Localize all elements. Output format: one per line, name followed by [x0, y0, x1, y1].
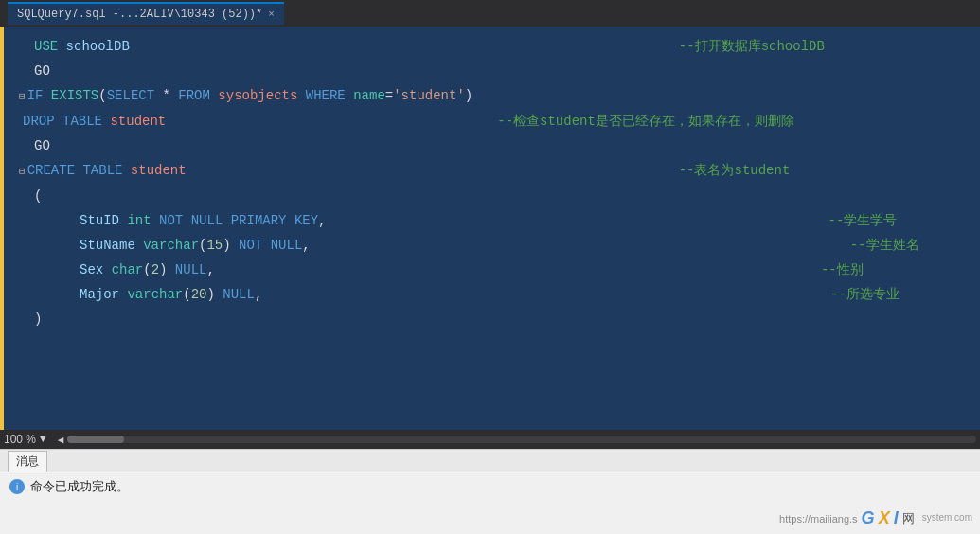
paren-l2: ( [143, 258, 151, 282]
editor-area[interactable]: USE schoolDB --打开数据库schoolDB GO ⊟ IF EXI… [0, 27, 980, 430]
keyword-table-2: TABLE [82, 158, 122, 183]
paren-close: ) [465, 83, 472, 108]
bottom-area: 100 % ▼ ◀ 消息 i 命令已成功完成。 https://mailiang… [0, 430, 980, 534]
keyword-go-2: GO [34, 134, 50, 158]
keyword-null-3: NULL [175, 258, 207, 282]
horizontal-scrollbar[interactable] [67, 436, 976, 443]
message-icon: i [9, 479, 25, 494]
space5 [287, 208, 294, 233]
paren-r2: ) [159, 258, 167, 282]
comma-4: , [255, 282, 262, 307]
scroll-thumb[interactable] [67, 436, 124, 443]
open-paren: ( [34, 184, 42, 208]
zoom-label: 100 % [4, 433, 36, 446]
type-varchar-2: varchar [127, 282, 183, 307]
comma-3: , [206, 258, 214, 282]
keyword-go-1: GO [34, 59, 50, 83]
code-line: GO [19, 59, 965, 83]
col-name: name [353, 83, 385, 108]
keyword-select: SELECT [107, 83, 154, 108]
comment-2: --检查student是否已经存在，如果存在，则删除 [497, 109, 794, 134]
keyword-from: FROM [178, 83, 210, 108]
space [119, 282, 127, 307]
message-content: i 命令已成功完成。 [0, 472, 980, 501]
paren-l3: ( [183, 282, 190, 307]
keyword-not-2: NOT [239, 233, 262, 258]
space3 [262, 233, 270, 258]
num-20: 20 [191, 282, 207, 307]
num-15: 15 [206, 233, 223, 258]
fold-icon-1: ⊟ [19, 84, 26, 109]
space: * [154, 83, 178, 108]
type-int: int [127, 208, 151, 233]
watermark-x: X [879, 508, 890, 528]
watermark: https://mailiang.s G X I 网 system.com [779, 508, 972, 528]
message-tab[interactable]: 消息 [8, 451, 47, 472]
keyword-drop: DROP [23, 109, 62, 134]
query-tab[interactable]: SQLQuery7.sql -...2ALIV\10343 (52))* × [8, 2, 284, 25]
col-stuname: StuName [80, 233, 135, 258]
space [119, 208, 127, 233]
table-student-2: student [131, 158, 187, 183]
type-char: char [112, 258, 144, 282]
paren-l: ( [199, 233, 206, 258]
paren-r: ) [223, 233, 230, 258]
space2 [210, 83, 218, 108]
code-content[interactable]: USE schoolDB --打开数据库schoolDB GO ⊟ IF EXI… [4, 27, 980, 430]
code-line: StuName varchar(15) NOT NULL, --学生姓名 [19, 233, 965, 258]
keyword-primary: PRIMARY [231, 208, 287, 233]
table-sysobjects: sysobjects [218, 83, 297, 108]
space4 [223, 208, 230, 233]
comment-4: --学生学号 [829, 208, 898, 233]
space4 [346, 83, 353, 108]
space [103, 258, 111, 282]
comment-5: --学生姓名 [850, 233, 919, 258]
scroll-left-button[interactable]: ◀ [58, 434, 64, 446]
watermark-g: G [862, 508, 875, 528]
keyword-use: USE [34, 34, 66, 59]
watermark-url: https://mailiang.s [779, 513, 858, 525]
watermark-site: 网 [902, 510, 915, 527]
space [102, 109, 110, 134]
tab-label: SQLQuery7.sql -...2ALIV\10343 (52))* [17, 8, 262, 21]
space [135, 233, 143, 258]
paren-open: ( [98, 83, 106, 108]
space3 [297, 83, 305, 108]
col-sex: Sex [80, 258, 103, 282]
keyword-null-4: NULL [223, 282, 255, 307]
comment-6: --性别 [821, 258, 864, 282]
title-bar: SQLQuery7.sql -...2ALIV\10343 (52))* × [0, 0, 980, 27]
col-major: Major [80, 282, 119, 307]
comma-2: , [302, 233, 310, 258]
db-name: schoolDB [66, 34, 130, 59]
comma-1: , [318, 208, 326, 233]
code-line: DROP TABLE student --检查student是否已经存在，如果存… [19, 109, 965, 134]
fold-icon-2: ⊟ [19, 159, 26, 184]
type-varchar-1: varchar [143, 233, 199, 258]
keyword-null-1: NULL [191, 208, 223, 233]
message-tabs: 消息 [0, 450, 980, 472]
code-line: StuID int NOT NULL PRIMARY KEY, --学生学号 [19, 208, 965, 233]
keyword-not-1: NOT [159, 208, 183, 233]
code-line: USE schoolDB --打开数据库schoolDB [19, 34, 965, 59]
close-paren: ) [34, 307, 42, 331]
keyword-where: WHERE [306, 83, 346, 108]
keyword-exists: EXISTS [51, 83, 98, 108]
zoom-down-button[interactable]: ▼ [40, 434, 46, 445]
comment-7: --所选专业 [830, 282, 900, 307]
string-val: 'student' [393, 83, 465, 108]
keyword-null-2: NULL [271, 233, 303, 258]
comment-3: --表名为student [679, 158, 791, 183]
code-line: ( [19, 184, 965, 208]
space3 [183, 208, 190, 233]
table-student-1: student [110, 109, 166, 134]
col-stuid: StuID [80, 208, 119, 233]
keyword-table-1: TABLE [62, 109, 102, 134]
scrollbar-area[interactable]: 100 % ▼ ◀ [0, 430, 980, 449]
space2 [167, 258, 174, 282]
keyword-if: IF [27, 83, 51, 108]
tab-close-icon[interactable]: × [268, 9, 275, 20]
watermark-i: I [894, 508, 899, 528]
code-line: ) [19, 307, 965, 331]
space2 [231, 233, 239, 258]
